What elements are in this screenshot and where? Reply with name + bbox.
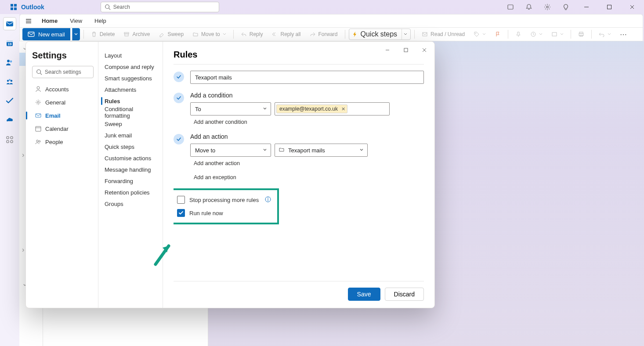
- sub-layout[interactable]: Layout: [101, 50, 160, 61]
- discard-label: Discard: [394, 291, 415, 298]
- sub-compose[interactable]: Compose and reply: [101, 61, 160, 72]
- nav-calendar[interactable]: Calendar: [32, 123, 94, 134]
- brand-text: Outlook: [21, 4, 44, 11]
- app-calendar-icon[interactable]: 19: [4, 37, 16, 49]
- nav-general[interactable]: General: [32, 97, 94, 108]
- nav-people[interactable]: People: [32, 136, 94, 148]
- reply-all-label: Reply all: [280, 31, 300, 37]
- window-close[interactable]: [624, 0, 640, 14]
- sub-smart[interactable]: Smart suggestions: [101, 72, 160, 84]
- pin-button[interactable]: [512, 29, 525, 40]
- tag-button[interactable]: [470, 29, 489, 40]
- new-email-button[interactable]: New email: [22, 28, 70, 40]
- action-target-value: Texaport mails: [288, 147, 325, 154]
- forward-button[interactable]: Forward: [306, 29, 341, 40]
- sub-junk[interactable]: Junk email: [101, 130, 160, 141]
- snooze-button[interactable]: [527, 29, 546, 40]
- ribbon-more[interactable]: ⋯: [616, 29, 631, 40]
- discard-button[interactable]: Discard: [385, 288, 424, 301]
- tab-help-label: Help: [94, 18, 106, 24]
- nav-calendar-label: Calendar: [45, 126, 69, 132]
- sub-customise[interactable]: Customise actions: [101, 152, 160, 164]
- sub-groups[interactable]: Groups: [101, 198, 160, 209]
- rule-name-input[interactable]: Texaport mails: [190, 71, 424, 84]
- tab-home[interactable]: Home: [36, 14, 63, 28]
- recipient-chip[interactable]: example@texaport.co.uk ✕: [276, 105, 347, 113]
- action-field-select[interactable]: Move to: [190, 144, 271, 157]
- dialog-maximize[interactable]: [398, 44, 413, 56]
- hamburger-icon[interactable]: [22, 15, 35, 27]
- stop-processing-checkbox[interactable]: [177, 196, 185, 204]
- highlighted-annotation-box: Stop processing more rules Run rule now: [174, 188, 279, 224]
- chevron-down-icon: [223, 32, 226, 36]
- global-search[interactable]: Search: [101, 2, 219, 12]
- app-onedrive-icon[interactable]: [4, 114, 16, 126]
- sub-attachments[interactable]: Attachments: [101, 84, 160, 95]
- undo-button[interactable]: [595, 29, 615, 40]
- rules-form: Texaport mails Add a condition To: [174, 71, 424, 281]
- svg-point-18: [10, 61, 12, 63]
- search-placeholder: Search: [113, 4, 130, 10]
- search-icon: [105, 4, 111, 10]
- svg-point-46: [37, 101, 39, 103]
- archive-button[interactable]: Archive: [120, 29, 153, 40]
- title-right: [504, 0, 640, 14]
- delete-button[interactable]: Delete: [87, 29, 119, 40]
- step-icon: [174, 93, 184, 103]
- svg-rect-2: [11, 7, 13, 10]
- step-action: Add an action Move to Texaport mails Add…: [174, 133, 424, 180]
- app-todo-icon[interactable]: [4, 95, 16, 107]
- nav-people-label: People: [45, 139, 63, 145]
- window-button[interactable]: [548, 29, 567, 40]
- condition-field-select[interactable]: To: [190, 102, 271, 115]
- sub-message-handling[interactable]: Message handling: [101, 164, 160, 175]
- app-people-icon[interactable]: [4, 56, 16, 68]
- app-more-apps-icon[interactable]: [4, 133, 16, 146]
- gear-icon[interactable]: [541, 1, 554, 13]
- panel-icon[interactable]: [504, 1, 517, 13]
- rule-name-value: Texaport mails: [195, 74, 232, 81]
- move-to-button[interactable]: Move to: [189, 29, 230, 40]
- sub-sweep[interactable]: Sweep: [101, 118, 160, 130]
- svg-point-4: [105, 5, 109, 9]
- read-unread-button[interactable]: Read / Unread: [418, 29, 468, 40]
- nav-email[interactable]: Email: [32, 110, 94, 121]
- dialog-minimize[interactable]: [380, 44, 395, 56]
- sub-retention[interactable]: Retention policies: [101, 187, 160, 198]
- bell-icon[interactable]: [523, 1, 535, 13]
- reply-button[interactable]: Reply: [237, 29, 267, 40]
- save-button[interactable]: Save: [348, 288, 380, 301]
- action-target-select[interactable]: Texaport mails: [275, 144, 368, 157]
- tab-view[interactable]: View: [65, 14, 87, 28]
- flag-button[interactable]: [491, 29, 504, 40]
- sub-conditional[interactable]: Conditional formatting: [101, 107, 160, 118]
- window-minimize[interactable]: [578, 0, 595, 14]
- new-email-label: New email: [38, 31, 65, 38]
- nav-accounts[interactable]: Accounts: [32, 83, 94, 95]
- svg-point-54: [268, 198, 268, 198]
- quick-steps-button[interactable]: Quick steps: [349, 29, 411, 40]
- run-rule-now-checkbox[interactable]: [177, 209, 185, 217]
- dialog-close[interactable]: [417, 44, 432, 56]
- app-groups-icon[interactable]: [4, 76, 16, 88]
- reply-all-button[interactable]: Reply all: [268, 29, 304, 40]
- print-button[interactable]: [575, 29, 588, 40]
- add-another-condition[interactable]: Add another condition: [194, 119, 424, 125]
- quick-steps-split[interactable]: [402, 29, 409, 40]
- settings-search[interactable]: Search settings: [32, 66, 94, 78]
- sweep-button[interactable]: Sweep: [155, 29, 187, 40]
- ribbon-sep: [345, 30, 345, 39]
- sub-rules[interactable]: Rules: [101, 95, 160, 107]
- sub-quick-steps[interactable]: Quick steps: [101, 141, 160, 152]
- tab-help[interactable]: Help: [89, 14, 112, 28]
- add-exception[interactable]: Add an exception: [194, 174, 424, 180]
- app-mail-icon[interactable]: [4, 18, 16, 30]
- tips-icon[interactable]: [560, 1, 572, 13]
- sub-forwarding[interactable]: Forwarding: [101, 175, 160, 187]
- condition-value-input[interactable]: example@texaport.co.uk ✕: [275, 102, 390, 115]
- chip-remove-icon[interactable]: ✕: [341, 106, 345, 112]
- window-maximize[interactable]: [601, 0, 618, 14]
- info-icon[interactable]: [265, 196, 271, 204]
- add-another-action[interactable]: Add another action: [194, 160, 424, 166]
- new-email-split[interactable]: [72, 28, 80, 40]
